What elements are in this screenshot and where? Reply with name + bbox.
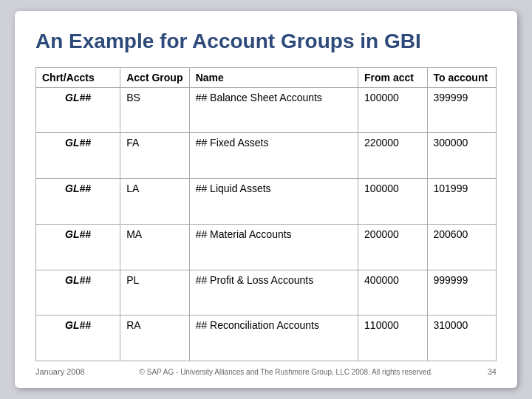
cell-chrt: GL## xyxy=(36,270,120,316)
cell-from: 200000 xyxy=(358,224,427,270)
cell-chrt: GL## xyxy=(36,316,120,361)
cell-chrt: GL## xyxy=(36,87,120,133)
cell-acct: BS xyxy=(120,87,189,133)
account-groups-table: Chrt/Accts Acct Group Name From acct To … xyxy=(35,67,497,361)
cell-name: ## Balance Sheet Accounts xyxy=(189,87,358,133)
cell-from: 110000 xyxy=(358,316,427,361)
cell-from: 220000 xyxy=(358,133,427,179)
footer-date: January 2008 xyxy=(35,367,85,376)
slide-title: An Example for Account Groups in GBI xyxy=(35,29,497,54)
cell-to: 999999 xyxy=(427,270,497,316)
header-to: To account xyxy=(427,67,497,87)
table-row: GL##LA## Liquid Assets100000101999 xyxy=(36,179,497,225)
cell-from: 100000 xyxy=(358,87,427,133)
cell-name: ## Fixed Assets xyxy=(189,133,358,179)
cell-chrt: GL## xyxy=(36,224,120,270)
cell-from: 400000 xyxy=(358,270,427,316)
cell-acct: LA xyxy=(120,179,189,225)
cell-to: 101999 xyxy=(427,179,497,225)
slide-footer: January 2008 © SAP AG - University Allia… xyxy=(35,367,497,376)
cell-to: 310000 xyxy=(427,316,497,361)
cell-acct: MA xyxy=(120,224,189,270)
cell-to: 200600 xyxy=(427,224,497,270)
cell-acct: RA xyxy=(120,316,189,361)
cell-name: ## Reconciliation Accounts xyxy=(189,316,358,361)
cell-name: ## Profit & Loss Accounts xyxy=(189,270,358,316)
cell-acct: FA xyxy=(120,133,189,179)
cell-name: ## Material Accounts xyxy=(189,224,358,270)
table-row: GL##PL## Profit & Loss Accounts400000999… xyxy=(36,270,497,316)
footer-page: 34 xyxy=(488,367,497,376)
footer-copyright: © SAP AG - University Alliances and The … xyxy=(92,368,480,376)
table-row: GL##RA## Reconciliation Accounts11000031… xyxy=(36,316,497,361)
table-row: GL##BS## Balance Sheet Accounts100000399… xyxy=(36,87,497,133)
cell-to: 399999 xyxy=(427,87,497,133)
header-chrt: Chrt/Accts xyxy=(36,67,120,87)
table-row: GL##MA## Material Accounts200000200600 xyxy=(36,224,497,270)
cell-chrt: GL## xyxy=(36,133,120,179)
table-row: GL##FA## Fixed Assets220000300000 xyxy=(36,133,497,179)
cell-name: ## Liquid Assets xyxy=(189,179,358,225)
cell-from: 100000 xyxy=(358,179,427,225)
cell-to: 300000 xyxy=(427,133,497,179)
header-acct: Acct Group xyxy=(120,67,189,87)
cell-chrt: GL## xyxy=(36,179,120,225)
header-name: Name xyxy=(189,67,358,87)
header-from: From acct xyxy=(358,67,427,87)
cell-acct: PL xyxy=(120,270,189,316)
slide: An Example for Account Groups in GBI Chr… xyxy=(15,11,517,388)
